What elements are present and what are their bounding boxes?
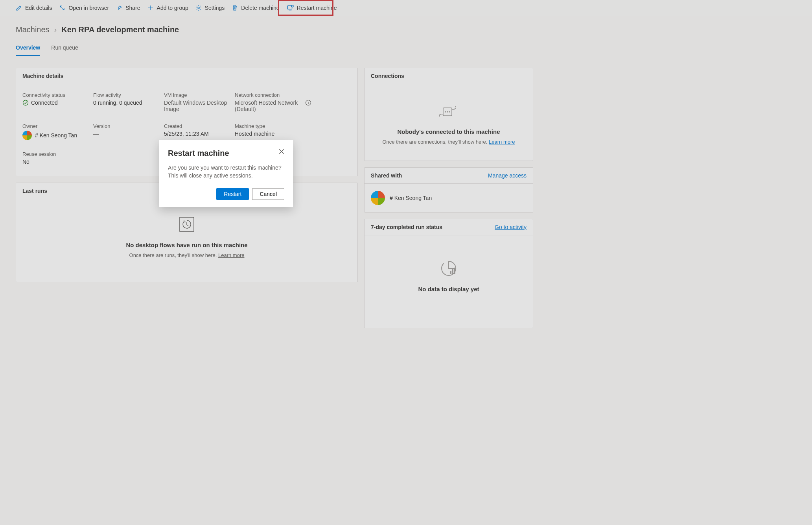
restart-confirm-button[interactable]: Restart bbox=[216, 188, 249, 200]
cancel-button[interactable]: Cancel bbox=[252, 188, 284, 200]
restart-dialog: Restart machine Are you sure you want to… bbox=[159, 140, 293, 207]
close-icon[interactable] bbox=[279, 149, 284, 154]
dialog-body: Are you sure you want to restart this ma… bbox=[168, 164, 284, 179]
dialog-title: Restart machine bbox=[168, 149, 229, 158]
modal-overlay: Restart machine Are you sure you want to… bbox=[0, 0, 812, 525]
